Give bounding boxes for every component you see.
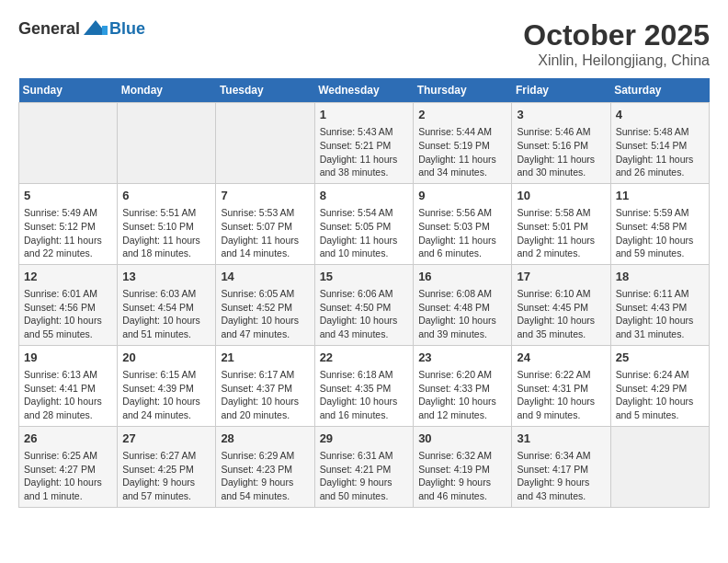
- day-info: Sunrise: 6:29 AM: [221, 449, 309, 463]
- day-info: Sunrise: 5:48 AM: [616, 125, 704, 139]
- col-friday: Friday: [512, 78, 610, 103]
- calendar-cell: 9Sunrise: 5:56 AMSunset: 5:03 PMDaylight…: [414, 183, 512, 264]
- day-info: Sunrise: 6:01 AM: [24, 287, 112, 301]
- day-number: 12: [24, 269, 112, 285]
- day-info: Daylight: 9 hours and 43 minutes.: [517, 476, 605, 502]
- day-info: Sunrise: 5:56 AM: [418, 206, 506, 220]
- day-info: Daylight: 10 hours and 24 minutes.: [122, 395, 210, 421]
- day-number: 9: [418, 188, 506, 204]
- calendar-cell: [216, 103, 314, 184]
- calendar-cell: 5Sunrise: 5:49 AMSunset: 5:12 PMDaylight…: [19, 183, 118, 264]
- day-info: Daylight: 9 hours and 46 minutes.: [418, 476, 506, 502]
- col-sunday: Sunday: [19, 78, 118, 103]
- day-info: Sunrise: 5:51 AM: [122, 206, 210, 220]
- day-info: Sunset: 5:05 PM: [320, 220, 409, 234]
- calendar-cell: 2Sunrise: 5:44 AMSunset: 5:19 PMDaylight…: [414, 103, 512, 184]
- day-number: 27: [122, 431, 210, 447]
- day-info: Sunset: 5:10 PM: [122, 220, 210, 234]
- day-info: Sunrise: 5:59 AM: [616, 206, 704, 220]
- day-number: 23: [418, 350, 506, 366]
- calendar-header: Sunday Monday Tuesday Wednesday Thursday…: [19, 78, 710, 103]
- day-info: Sunset: 4:31 PM: [517, 382, 605, 396]
- day-info: Sunset: 4:35 PM: [320, 382, 409, 396]
- logo: General Blue: [18, 18, 145, 39]
- day-info: Daylight: 10 hours and 20 minutes.: [221, 395, 309, 421]
- day-info: Daylight: 10 hours and 31 minutes.: [616, 314, 704, 340]
- logo-icon: [82, 18, 109, 39]
- day-info: Daylight: 9 hours and 54 minutes.: [221, 476, 309, 502]
- day-info: Sunset: 4:48 PM: [418, 301, 506, 315]
- day-info: Daylight: 11 hours and 14 minutes.: [221, 234, 309, 260]
- calendar-cell: 27Sunrise: 6:27 AMSunset: 4:25 PMDayligh…: [118, 426, 216, 507]
- day-info: Sunrise: 6:10 AM: [517, 287, 605, 301]
- calendar-cell: [610, 426, 709, 507]
- day-info: Daylight: 10 hours and 35 minutes.: [517, 314, 605, 340]
- day-number: 24: [517, 350, 605, 366]
- calendar-row: 19Sunrise: 6:13 AMSunset: 4:41 PMDayligh…: [19, 345, 710, 426]
- day-info: Sunset: 5:12 PM: [24, 220, 112, 234]
- day-info: Sunrise: 5:53 AM: [221, 206, 309, 220]
- day-info: Sunset: 5:14 PM: [616, 139, 704, 153]
- day-info: Sunrise: 6:08 AM: [418, 287, 506, 301]
- day-info: Sunset: 5:07 PM: [221, 220, 309, 234]
- col-saturday: Saturday: [610, 78, 709, 103]
- day-number: 6: [122, 188, 210, 204]
- day-info: Daylight: 11 hours and 30 minutes.: [517, 153, 605, 179]
- day-number: 17: [517, 269, 605, 285]
- day-info: Sunset: 4:52 PM: [221, 301, 309, 315]
- day-number: 29: [320, 431, 409, 447]
- day-info: Sunset: 5:19 PM: [418, 139, 506, 153]
- day-info: Sunrise: 5:54 AM: [320, 206, 409, 220]
- col-thursday: Thursday: [414, 78, 512, 103]
- day-info: Sunset: 4:19 PM: [418, 463, 506, 477]
- calendar-cell: 28Sunrise: 6:29 AMSunset: 4:23 PMDayligh…: [216, 426, 314, 507]
- day-info: Daylight: 10 hours and 39 minutes.: [418, 314, 506, 340]
- day-number: 15: [320, 269, 409, 285]
- calendar-cell: 19Sunrise: 6:13 AMSunset: 4:41 PMDayligh…: [19, 345, 118, 426]
- day-info: Daylight: 10 hours and 1 minute.: [24, 476, 112, 502]
- calendar-cell: 13Sunrise: 6:03 AMSunset: 4:54 PMDayligh…: [118, 264, 216, 345]
- location-title: Xinlin, Heilongjiang, China: [523, 52, 710, 69]
- calendar-cell: 15Sunrise: 6:06 AMSunset: 4:50 PMDayligh…: [314, 264, 414, 345]
- day-info: Sunset: 5:16 PM: [517, 139, 605, 153]
- calendar-cell: 12Sunrise: 6:01 AMSunset: 4:56 PMDayligh…: [19, 264, 118, 345]
- day-info: Daylight: 10 hours and 43 minutes.: [320, 314, 409, 340]
- col-tuesday: Tuesday: [216, 78, 314, 103]
- day-number: 25: [616, 350, 704, 366]
- day-info: Sunset: 4:50 PM: [320, 301, 409, 315]
- day-info: Daylight: 10 hours and 55 minutes.: [24, 314, 112, 340]
- calendar-cell: 10Sunrise: 5:58 AMSunset: 5:01 PMDayligh…: [512, 183, 610, 264]
- day-info: Sunset: 4:45 PM: [517, 301, 605, 315]
- day-info: Sunset: 4:37 PM: [221, 382, 309, 396]
- day-number: 18: [616, 269, 704, 285]
- day-info: Sunset: 4:54 PM: [122, 301, 210, 315]
- calendar-row: 12Sunrise: 6:01 AMSunset: 4:56 PMDayligh…: [19, 264, 710, 345]
- day-number: 31: [517, 431, 605, 447]
- day-info: Sunrise: 6:27 AM: [122, 449, 210, 463]
- day-info: Sunrise: 6:13 AM: [24, 368, 112, 382]
- calendar-cell: 18Sunrise: 6:11 AMSunset: 4:43 PMDayligh…: [610, 264, 709, 345]
- day-info: Daylight: 10 hours and 5 minutes.: [616, 395, 704, 421]
- calendar-cell: 20Sunrise: 6:15 AMSunset: 4:39 PMDayligh…: [118, 345, 216, 426]
- calendar-cell: 31Sunrise: 6:34 AMSunset: 4:17 PMDayligh…: [512, 426, 610, 507]
- day-info: Daylight: 10 hours and 51 minutes.: [122, 314, 210, 340]
- day-info: Sunset: 4:41 PM: [24, 382, 112, 396]
- col-monday: Monday: [118, 78, 216, 103]
- day-info: Sunrise: 6:18 AM: [320, 368, 409, 382]
- calendar-cell: 17Sunrise: 6:10 AMSunset: 4:45 PMDayligh…: [512, 264, 610, 345]
- day-number: 4: [616, 107, 704, 123]
- day-info: Sunrise: 6:05 AM: [221, 287, 309, 301]
- day-info: Sunset: 4:25 PM: [122, 463, 210, 477]
- calendar-cell: 26Sunrise: 6:25 AMSunset: 4:27 PMDayligh…: [19, 426, 118, 507]
- day-info: Daylight: 11 hours and 38 minutes.: [320, 153, 409, 179]
- day-info: Sunset: 4:29 PM: [616, 382, 704, 396]
- calendar-cell: 22Sunrise: 6:18 AMSunset: 4:35 PMDayligh…: [314, 345, 414, 426]
- day-number: 20: [122, 350, 210, 366]
- calendar-cell: 8Sunrise: 5:54 AMSunset: 5:05 PMDaylight…: [314, 183, 414, 264]
- day-info: Sunset: 5:03 PM: [418, 220, 506, 234]
- day-info: Sunrise: 6:03 AM: [122, 287, 210, 301]
- day-info: Daylight: 11 hours and 34 minutes.: [418, 153, 506, 179]
- day-info: Sunrise: 5:43 AM: [320, 125, 409, 139]
- calendar-cell: [118, 103, 216, 184]
- calendar-table: Sunday Monday Tuesday Wednesday Thursday…: [18, 78, 710, 508]
